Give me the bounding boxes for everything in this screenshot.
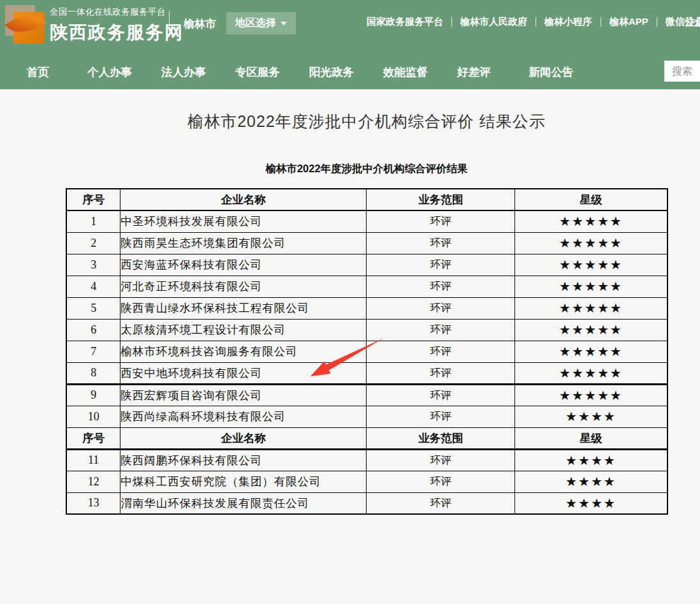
main-nav: 首页个人办事法人办事专区服务阳光政务效能监督好差评新闻公告 (0, 54, 700, 89)
table-header-row: 序号企业名称业务范围星级 (66, 189, 667, 210)
company-name: 中煤科工西安研究院（集团）有限公司 (120, 471, 367, 492)
company-name: 陕西雨昊生态环境集团有限公司 (120, 232, 367, 254)
nav-item[interactable]: 效能监督 (383, 64, 428, 80)
site-name: 陕西政务服务网 (50, 20, 184, 45)
nav-item[interactable]: 首页 (27, 64, 49, 80)
row-number: 13 (66, 492, 120, 514)
table-row: 13渭南华山环保科技发展有限责任公司环评★★★★ (66, 492, 667, 514)
chevron-down-icon (281, 22, 287, 26)
row-number: 6 (66, 319, 120, 341)
divider (451, 17, 452, 27)
company-name: 渭南华山环保科技发展有限责任公司 (120, 492, 367, 514)
business-scope: 环评 (367, 406, 514, 427)
row-number: 8 (66, 362, 120, 384)
star-rating: ★★★★★ (514, 232, 667, 254)
column-header: 企业名称 (120, 189, 367, 210)
company-name: 西安中地环境科技有限公司 (120, 362, 367, 384)
business-scope: 环评 (367, 319, 514, 341)
row-number: 11 (66, 449, 120, 471)
row-number: 2 (66, 232, 120, 254)
table-row: 9陕西宏辉项目咨询有限公司环评★★★★★ (66, 384, 667, 406)
nav-item[interactable]: 个人办事 (87, 64, 132, 80)
star-rating: ★★★★★ (514, 362, 667, 384)
column-header: 序号 (66, 189, 120, 210)
table-row: 3西安海蓝环保科技有限公司环评★★★★★ (66, 254, 667, 276)
table-row: 6太原核清环境工程设计有限公司环评★★★★★ (66, 319, 667, 341)
column-header: 星级 (514, 189, 667, 210)
nav-item[interactable]: 好差评 (457, 64, 491, 80)
search-box[interactable] (664, 61, 700, 82)
star-rating: ★★★★ (514, 471, 667, 492)
table-caption: 榆林市2022年度涉批中介机构综合评价结果 (0, 162, 700, 176)
business-scope: 环评 (367, 210, 514, 232)
table-row: 2陕西雨昊生态环境集团有限公司环评★★★★★ (66, 232, 667, 254)
table-row: 8西安中地环境科技有限公司环评★★★★★ (66, 362, 667, 384)
platform-label: 全国一体化在线政务服务平台 (50, 6, 184, 18)
company-name: 陕西尚绿高科环境科技有限公司 (120, 406, 367, 427)
top-link[interactable]: 榆林APP (609, 16, 648, 28)
row-number: 4 (66, 276, 120, 297)
row-number: 9 (66, 384, 120, 406)
company-name: 中圣环境科技发展有限公司 (120, 210, 367, 232)
nav-item[interactable]: 专区服务 (235, 64, 280, 80)
star-rating: ★★★★★ (514, 297, 667, 319)
site-logo-icon (5, 4, 45, 43)
company-name: 河北奇正环境科技有限公司 (120, 276, 367, 297)
notice-document: 榆林市2022年度涉批中介机构综合评价 结果公示 榆林市2022年度涉批中介机构… (0, 111, 700, 515)
column-header: 序号 (66, 427, 120, 449)
current-city-label: 榆林市 (184, 17, 216, 31)
business-scope: 环评 (367, 297, 514, 319)
divider (601, 17, 601, 27)
top-link[interactable]: 国家政务服务平台 (367, 16, 443, 28)
star-rating: ★★★★ (514, 406, 667, 427)
column-header: 企业名称 (120, 427, 367, 449)
business-scope: 环评 (367, 276, 514, 297)
region-selector-button[interactable]: 地区选择 (226, 12, 296, 34)
star-rating: ★★★★★ (514, 276, 667, 297)
nav-item[interactable]: 法人办事 (161, 64, 206, 80)
business-scope: 环评 (367, 384, 514, 406)
row-number: 10 (66, 406, 120, 427)
evaluation-table: 序号企业名称业务范围星级1中圣环境科技发展有限公司环评★★★★★2陕西雨昊生态环… (66, 188, 668, 515)
company-name: 陕西宏辉项目咨询有限公司 (120, 384, 367, 406)
table-row: 12中煤科工西安研究院（集团）有限公司环评★★★★ (66, 471, 667, 492)
star-rating: ★★★★★ (514, 319, 667, 341)
row-number: 5 (66, 297, 120, 319)
column-header: 业务范围 (367, 189, 514, 210)
brand-text: 全国一体化在线政务服务平台 陕西政务服务网 (50, 6, 184, 45)
top-link[interactable]: 榆林市人民政府 (460, 16, 527, 28)
nav-item[interactable]: 阳光政务 (309, 64, 354, 80)
row-number: 12 (66, 471, 120, 492)
search-input[interactable] (664, 61, 700, 82)
divider (657, 17, 657, 27)
table-row: 10陕西尚绿高科环境科技有限公司环评★★★★ (66, 406, 667, 427)
business-scope: 环评 (367, 254, 514, 276)
divider (536, 17, 536, 27)
business-scope: 环评 (367, 232, 514, 254)
top-link[interactable]: 榆林小程序 (544, 16, 592, 28)
business-scope: 环评 (367, 341, 514, 362)
column-header: 业务范围 (367, 427, 514, 449)
star-rating: ★★★★★ (514, 254, 667, 276)
register-link[interactable]: 注册 (685, 16, 700, 29)
divider (169, 11, 170, 32)
table-row: 5陕西青山绿水环保科技工程有限公司环评★★★★★ (66, 297, 667, 319)
star-rating: ★★★★ (514, 449, 667, 471)
row-number: 7 (66, 341, 120, 362)
business-scope: 环评 (367, 449, 514, 471)
table-row: 1中圣环境科技发展有限公司环评★★★★★ (66, 210, 667, 232)
table-row: 7榆林市环境科技咨询服务有限公司环评★★★★★ (66, 341, 667, 362)
region-selector-label: 地区选择 (235, 17, 276, 30)
company-name: 陕西青山绿水环保科技工程有限公司 (120, 297, 367, 319)
site-header: 全国一体化在线政务服务平台 陕西政务服务网 榆林市 地区选择 国家政务服务平台榆… (0, 0, 700, 89)
company-name: 榆林市环境科技咨询服务有限公司 (120, 341, 367, 362)
table-row: 4河北奇正环境科技有限公司环评★★★★★ (66, 276, 667, 297)
star-rating: ★★★★ (514, 492, 667, 514)
company-name: 西安海蓝环保科技有限公司 (120, 254, 367, 276)
company-name: 太原核清环境工程设计有限公司 (120, 319, 367, 341)
nav-item[interactable]: 新闻公告 (529, 64, 574, 80)
table-header-row: 序号企业名称业务范围星级 (66, 427, 667, 449)
column-header: 星级 (514, 427, 667, 449)
company-name: 陕西阔鹏环保科技有限公司 (120, 449, 367, 471)
page-title: 榆林市2022年度涉批中介机构综合评价 结果公示 (0, 111, 700, 132)
